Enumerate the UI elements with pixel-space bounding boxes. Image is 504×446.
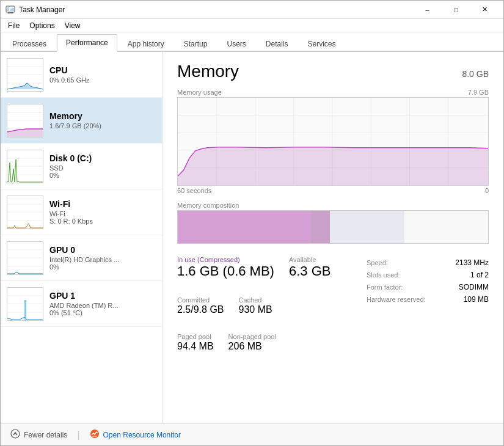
stat-committed: Committed 2.5/9.8 GB bbox=[177, 296, 224, 315]
sidebar: CPU 0% 0.65 GHz Memory bbox=[1, 52, 163, 423]
tab-performance[interactable]: Performance bbox=[57, 34, 117, 52]
cached-label: Cached bbox=[239, 296, 272, 304]
form-row: Form factor: SODIMM bbox=[367, 283, 489, 291]
sidebar-item-memory[interactable]: Memory 1.6/7.9 GB (20%) bbox=[1, 98, 162, 144]
speed-label: Speed: bbox=[367, 259, 388, 266]
memory-main-chart bbox=[177, 97, 489, 186]
window-title: Task Manager bbox=[19, 5, 414, 14]
wifi-thumbnail bbox=[7, 196, 43, 229]
available-label: Available bbox=[289, 256, 331, 263]
chevron-up-icon bbox=[10, 429, 20, 441]
footer-bar: Fewer details | Open Resource Monitor bbox=[1, 423, 503, 445]
panel-header: Memory 8.0 GB bbox=[177, 62, 489, 81]
wifi-speed: S: 0 R: 0 Kbps bbox=[49, 218, 156, 225]
form-value: SODIMM bbox=[459, 283, 489, 291]
reserved-row: Hardware reserved: 109 MB bbox=[367, 295, 489, 304]
tab-details[interactable]: Details bbox=[257, 35, 298, 52]
gpu0-thumbnail bbox=[7, 241, 43, 275]
cpu-info: CPU 0% 0.65 GHz bbox=[49, 65, 156, 84]
tab-services[interactable]: Services bbox=[299, 35, 345, 52]
disk-usage: 0% bbox=[49, 172, 156, 179]
reserved-label: Hardware reserved: bbox=[367, 296, 426, 303]
slots-label: Slots used: bbox=[367, 271, 400, 279]
paged-value: 94.4 MB bbox=[177, 340, 214, 352]
comp-in-use bbox=[178, 211, 311, 243]
wifi-type: Wi-Fi bbox=[49, 210, 156, 218]
stat-in-use: In use (Compressed) 1.6 GB (0.6 MB) bbox=[177, 256, 274, 279]
wifi-name: Wi-Fi bbox=[49, 199, 156, 209]
menu-file[interactable]: File bbox=[3, 20, 24, 31]
in-use-label: In use (Compressed) bbox=[177, 256, 274, 263]
stats-container: In use (Compressed) 1.6 GB (0.6 MB) Avai… bbox=[177, 256, 489, 362]
time-row: 60 seconds 0 bbox=[177, 187, 489, 194]
fewer-details-button[interactable]: Fewer details bbox=[10, 429, 67, 441]
sidebar-item-gpu1[interactable]: GPU 1 AMD Radeon (TM) R... 0% (51 °C) bbox=[1, 281, 162, 327]
disk-type: SSD bbox=[49, 164, 156, 172]
left-stats: In use (Compressed) 1.6 GB (0.6 MB) Avai… bbox=[177, 256, 357, 362]
close-button[interactable]: ✕ bbox=[471, 1, 499, 19]
main-content: CPU 0% 0.65 GHz Memory bbox=[1, 52, 503, 423]
stat-nonpaged: Non-paged pool 206 MB bbox=[228, 333, 276, 352]
tab-users[interactable]: Users bbox=[217, 35, 255, 52]
right-stats: Speed: 2133 MHz Slots used: 1 of 2 Form … bbox=[367, 258, 489, 362]
open-resource-monitor-button[interactable]: Open Resource Monitor bbox=[90, 429, 181, 441]
window-controls: – □ ✕ bbox=[414, 1, 499, 19]
tab-processes[interactable]: Processes bbox=[3, 35, 56, 52]
sidebar-item-cpu[interactable]: CPU 0% 0.65 GHz bbox=[1, 52, 162, 98]
menu-options[interactable]: Options bbox=[24, 20, 59, 31]
resource-monitor-icon bbox=[90, 429, 100, 441]
disk-name: Disk 0 (C:) bbox=[49, 153, 156, 163]
stats-row-3: Paged pool 94.4 MB Non-paged pool 206 MB bbox=[177, 333, 357, 362]
svg-rect-24 bbox=[7, 242, 43, 274]
cpu-name: CPU bbox=[49, 65, 156, 75]
task-manager-window: Task Manager – □ ✕ File Options View Pro… bbox=[0, 0, 504, 446]
paged-label: Paged pool bbox=[177, 333, 214, 340]
menu-bar: File Options View bbox=[1, 19, 503, 32]
stat-available: Available 6.3 GB bbox=[289, 256, 331, 279]
sidebar-item-wifi[interactable]: Wi-Fi Wi-Fi S: 0 R: 0 Kbps bbox=[1, 189, 162, 235]
disk-info: Disk 0 (C:) SSD 0% bbox=[49, 153, 156, 179]
tab-startup[interactable]: Startup bbox=[175, 35, 217, 52]
comp-free bbox=[404, 211, 488, 243]
committed-label: Committed bbox=[177, 296, 224, 304]
stat-paged: Paged pool 94.4 MB bbox=[177, 333, 214, 352]
tabs-bar: Processes Performance App history Startu… bbox=[1, 32, 503, 52]
panel-title: Memory bbox=[177, 62, 239, 81]
footer-separator: | bbox=[77, 430, 79, 441]
gpu0-info: GPU 0 Intel(R) HD Graphics ... 0% bbox=[49, 245, 156, 271]
stat-cached: Cached 930 MB bbox=[239, 296, 272, 315]
nonpaged-value: 206 MB bbox=[228, 340, 276, 352]
title-bar: Task Manager – □ ✕ bbox=[1, 1, 503, 19]
time-end: 0 bbox=[485, 187, 489, 194]
comp-label: Memory composition bbox=[177, 202, 489, 209]
comp-standby bbox=[330, 211, 404, 243]
minimize-button[interactable]: – bbox=[414, 1, 441, 19]
tab-app-history[interactable]: App history bbox=[119, 35, 173, 52]
gpu1-usage: 0% (51 °C) bbox=[49, 309, 156, 316]
open-resource-monitor-link[interactable]: Open Resource Monitor bbox=[103, 431, 181, 439]
available-value: 6.3 GB bbox=[289, 263, 331, 279]
sidebar-item-disk0[interactable]: Disk 0 (C:) SSD 0% bbox=[1, 144, 162, 189]
svg-rect-32 bbox=[24, 300, 26, 320]
committed-value: 2.5/9.8 GB bbox=[177, 304, 224, 315]
window-icon bbox=[5, 5, 15, 15]
nonpaged-label: Non-paged pool bbox=[228, 333, 276, 340]
cached-value: 930 MB bbox=[239, 304, 272, 315]
menu-view[interactable]: View bbox=[60, 20, 86, 31]
panel-total: 8.0 GB bbox=[462, 69, 489, 79]
sidebar-item-gpu0[interactable]: GPU 0 Intel(R) HD Graphics ... 0% bbox=[1, 235, 162, 281]
in-use-value: 1.6 GB (0.6 MB) bbox=[177, 263, 274, 279]
comp-modified bbox=[311, 211, 329, 243]
chart-max: 7.9 GB bbox=[468, 89, 489, 96]
cpu-detail: 0% 0.65 GHz bbox=[49, 76, 156, 84]
svg-rect-1 bbox=[7, 7, 9, 11]
stats-row-1: In use (Compressed) 1.6 GB (0.6 MB) Avai… bbox=[177, 256, 357, 289]
maximize-button[interactable]: □ bbox=[442, 1, 470, 19]
svg-rect-2 bbox=[10, 9, 12, 11]
svg-rect-20 bbox=[7, 196, 43, 228]
speed-value: 2133 MHz bbox=[455, 258, 489, 267]
memory-detail: 1.6/7.9 GB (20%) bbox=[49, 122, 156, 130]
time-start: 60 seconds bbox=[177, 187, 211, 194]
wifi-info: Wi-Fi Wi-Fi S: 0 R: 0 Kbps bbox=[49, 199, 156, 225]
memory-comp-chart bbox=[177, 210, 489, 244]
